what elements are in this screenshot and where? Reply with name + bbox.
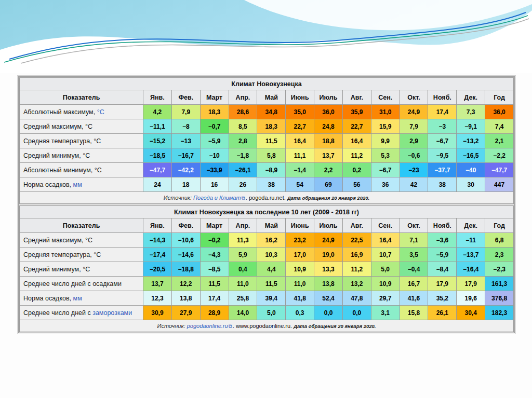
value-cell: 4,2 — [143, 105, 172, 119]
source-access-date: Дата обращения 20 января 2020. — [294, 323, 376, 329]
value-cell: 6,8 — [485, 233, 514, 248]
source-prefix: Источник: — [157, 323, 187, 329]
value-cell: 22,5 — [342, 233, 371, 248]
value-cell: 10,7 — [371, 248, 400, 262]
value-cell: 18,3 — [200, 105, 229, 119]
value-cell: 3,1 — [371, 306, 400, 320]
value-cell: 2,8 — [229, 134, 257, 148]
source-link[interactable]: Погода и Климат — [193, 195, 241, 201]
value-cell: 161,3 — [485, 277, 514, 291]
value-cell: −17,4 — [143, 248, 172, 262]
table-title: Климат Новокузнецка — [20, 78, 514, 90]
value-cell: 16,7 — [400, 277, 428, 291]
value-cell: −1,4 — [286, 163, 314, 177]
column-header-month: Сен. — [371, 218, 400, 233]
value-cell: 4,4 — [257, 262, 286, 277]
table-data-row: Средняя температура, °C−17,4−14,6−4,35,9… — [20, 248, 514, 262]
value-cell: 31,0 — [371, 105, 400, 119]
column-header-month: Май — [257, 90, 286, 105]
value-cell: 11,1 — [286, 148, 314, 163]
value-cell: 5,3 — [371, 148, 400, 163]
row-label-text: Средняя температура, °C — [23, 138, 101, 145]
value-cell: 26,1 — [428, 306, 457, 320]
column-header-month: Нояб. — [428, 218, 457, 233]
row-label-text: Средний минимум, °C — [23, 266, 90, 273]
value-cell: 41,6 — [400, 291, 428, 306]
row-label: Средний максимум, °C — [20, 233, 143, 248]
value-cell: −5,9 — [428, 248, 457, 262]
row-label-link[interactable]: мм — [73, 295, 82, 302]
value-cell: 28,9 — [200, 306, 229, 320]
table-header-row: ПоказательЯнв.Фев.МартАпр.МайИюньИюльАвг… — [20, 90, 514, 105]
column-header-month: Окт. — [400, 218, 428, 233]
value-cell: −8,5 — [200, 262, 229, 277]
value-cell: 16 — [200, 177, 229, 192]
value-cell: 7,9 — [171, 105, 200, 119]
value-cell: −10,6 — [171, 233, 200, 248]
column-header-month: Авг. — [342, 90, 371, 105]
value-cell: −33,9 — [200, 163, 229, 177]
value-cell: 18,8 — [314, 134, 343, 148]
value-cell: 18 — [171, 177, 200, 192]
table-data-row: Средний максимум, °C−11,1−8−0,78,518,322… — [20, 119, 514, 134]
value-cell: 0,0 — [314, 306, 343, 320]
value-cell: −2,3 — [485, 262, 514, 277]
value-cell: 54 — [286, 177, 314, 192]
value-cell: 14,0 — [229, 306, 257, 320]
value-cell: 23,2 — [286, 233, 314, 248]
source-link[interactable]: pogodaonline.ru — [187, 323, 228, 329]
row-label: Среднее число дней с осадками — [20, 277, 143, 291]
column-header-month: Авг. — [342, 218, 371, 233]
row-label-text: Абсолютный максимум, — [23, 108, 97, 116]
value-cell: 15,8 — [400, 306, 428, 320]
value-cell: 13,8 — [171, 291, 200, 306]
value-cell: −37,7 — [428, 163, 457, 177]
value-cell: 13,7 — [314, 148, 343, 163]
column-header-month: Май — [257, 218, 286, 233]
value-cell: 0,2 — [342, 163, 371, 177]
value-cell: 10,3 — [257, 248, 286, 262]
value-cell: 0,4 — [229, 262, 257, 277]
row-label: Средний минимум, °C — [20, 262, 143, 277]
value-cell: 11,5 — [257, 134, 286, 148]
value-cell: −14,6 — [171, 248, 200, 262]
column-header-month: Фев. — [171, 218, 200, 233]
value-cell: −14,3 — [143, 233, 172, 248]
value-cell: −42,2 — [171, 163, 200, 177]
table-data-row: Средний минимум, °C−20,5−18,8−8,50,44,41… — [20, 262, 514, 277]
value-cell: 12,3 — [143, 291, 172, 306]
table-title-row: Климат Новокузнецка за последние 10 лет … — [20, 206, 514, 218]
value-cell: −8 — [171, 119, 200, 134]
value-cell: 11,5 — [200, 277, 229, 291]
value-cell: −10 — [200, 148, 229, 163]
value-cell: −16,4 — [457, 262, 485, 277]
value-cell: −23 — [400, 163, 428, 177]
column-header-indicator: Показатель — [20, 218, 143, 233]
value-cell: 22,7 — [286, 119, 314, 134]
table-data-row: Норма осадков, мм24181626385469563642383… — [20, 177, 514, 192]
value-cell: 56 — [342, 177, 371, 192]
row-label-link[interactable]: мм — [73, 181, 82, 188]
external-link-icon[interactable]: ⧉ — [242, 195, 245, 201]
row-label-link[interactable]: заморозками — [92, 309, 132, 317]
value-cell: −9,5 — [428, 148, 457, 163]
row-label: Средняя температура, °C — [20, 134, 143, 148]
external-link-icon[interactable]: ⧉ — [229, 323, 232, 329]
row-label: Средний минимум, °C — [20, 148, 143, 163]
value-cell: −3 — [428, 119, 457, 134]
column-header-month: Апр. — [229, 90, 257, 105]
value-cell: 52,4 — [314, 291, 343, 306]
value-cell: 0,0 — [342, 306, 371, 320]
row-label-text: Норма осадков, — [23, 295, 73, 302]
value-cell: 47,8 — [342, 291, 371, 306]
row-label: Среднее число дней с заморозками — [20, 306, 143, 320]
table-data-row: Среднее число дней с осадками13,712,211,… — [20, 277, 514, 291]
column-header-month: Июнь — [286, 218, 314, 233]
value-cell: 35,2 — [428, 291, 457, 306]
value-cell: 34,8 — [257, 105, 286, 119]
value-cell: −5,9 — [200, 134, 229, 148]
value-cell: 7,9 — [400, 119, 428, 134]
row-label-text: Норма осадков, — [23, 181, 73, 188]
column-header-month: Апр. — [229, 218, 257, 233]
row-label-link[interactable]: °C — [97, 108, 104, 116]
